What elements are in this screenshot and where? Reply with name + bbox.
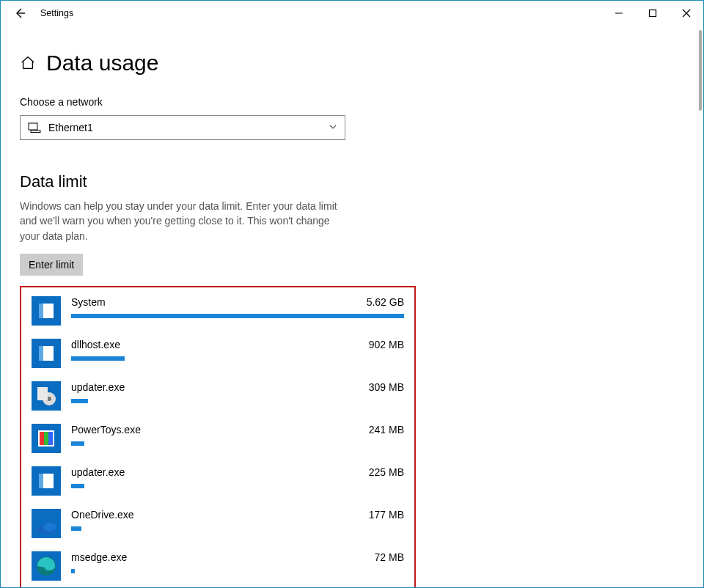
usage-row: updater.exe 309 MB bbox=[32, 381, 404, 411]
svg-rect-8 bbox=[39, 304, 43, 318]
app-name: OneDrive.exe bbox=[71, 509, 134, 521]
page-title: Data usage bbox=[46, 51, 158, 76]
scrollbar[interactable] bbox=[699, 30, 702, 111]
app-amount: 225 MB bbox=[369, 466, 404, 478]
usage-row: msedge.exe 72 MB bbox=[32, 551, 404, 581]
app-name: updater.exe bbox=[71, 466, 125, 478]
svg-rect-15 bbox=[37, 387, 48, 400]
content: Data usage Choose a network Ethernet1 Da… bbox=[1, 26, 703, 588]
network-label: Choose a network bbox=[20, 96, 684, 108]
usage-bar bbox=[71, 399, 404, 403]
app-name: dllhost.exe bbox=[71, 339, 120, 350]
window-controls bbox=[602, 2, 703, 24]
app-icon bbox=[32, 339, 61, 368]
data-limit-heading: Data limit bbox=[20, 172, 684, 191]
svg-rect-1 bbox=[650, 10, 656, 17]
usage-bar bbox=[71, 526, 404, 531]
window-title: Settings bbox=[34, 8, 73, 18]
usage-row: System 5.62 GB bbox=[32, 296, 404, 326]
svg-rect-18 bbox=[40, 432, 44, 445]
svg-rect-11 bbox=[39, 346, 43, 361]
svg-point-26 bbox=[43, 523, 56, 532]
app-amount: 177 MB bbox=[369, 509, 404, 521]
minimize-button[interactable] bbox=[602, 2, 636, 24]
app-icon bbox=[32, 296, 61, 326]
app-icon bbox=[32, 424, 61, 453]
usage-bar bbox=[71, 441, 404, 446]
home-icon[interactable] bbox=[20, 55, 36, 71]
usage-bar bbox=[71, 484, 404, 488]
usage-bar bbox=[71, 569, 404, 573]
app-amount: 241 MB bbox=[369, 424, 404, 436]
usage-row: OneDrive.exe 177 MB bbox=[32, 509, 404, 538]
app-amount: 902 MB bbox=[369, 339, 404, 350]
app-icon bbox=[32, 381, 61, 411]
app-amount: 309 MB bbox=[369, 381, 404, 393]
enter-limit-button[interactable]: Enter limit bbox=[20, 254, 83, 276]
app-amount: 72 MB bbox=[375, 551, 404, 563]
app-name: updater.exe bbox=[71, 381, 125, 393]
page-header: Data usage bbox=[20, 51, 684, 76]
svg-rect-23 bbox=[39, 474, 43, 488]
app-name: msedge.exe bbox=[71, 551, 127, 563]
titlebar: Settings bbox=[1, 1, 703, 26]
back-button[interactable] bbox=[5, 1, 34, 26]
svg-rect-20 bbox=[48, 432, 53, 445]
maximize-button[interactable] bbox=[636, 2, 670, 24]
usage-row: dllhost.exe 902 MB bbox=[32, 339, 404, 368]
close-button[interactable] bbox=[670, 2, 703, 24]
svg-rect-5 bbox=[31, 131, 40, 133]
app-icon bbox=[32, 551, 61, 581]
svg-rect-19 bbox=[44, 432, 48, 445]
usage-row: updater.exe 225 MB bbox=[32, 466, 404, 496]
data-limit-help: Windows can help you stay under your dat… bbox=[20, 199, 350, 243]
chevron-down-icon bbox=[329, 122, 337, 133]
app-name: PowerToys.exe bbox=[71, 424, 141, 436]
app-icon bbox=[32, 466, 61, 496]
usage-row: PowerToys.exe 241 MB bbox=[32, 424, 404, 453]
network-dropdown[interactable]: Ethernet1 bbox=[20, 115, 345, 140]
usage-bar bbox=[71, 314, 404, 318]
app-amount: 5.62 GB bbox=[367, 296, 404, 308]
network-selected: Ethernet1 bbox=[48, 122, 329, 133]
usage-list-highlight: System 5.62 GB dllhost.exe 902 MB update… bbox=[20, 286, 416, 588]
app-name: System bbox=[71, 296, 106, 308]
usage-bar bbox=[71, 356, 404, 361]
svg-rect-4 bbox=[29, 123, 37, 130]
ethernet-icon bbox=[28, 122, 41, 133]
app-icon bbox=[32, 509, 61, 538]
